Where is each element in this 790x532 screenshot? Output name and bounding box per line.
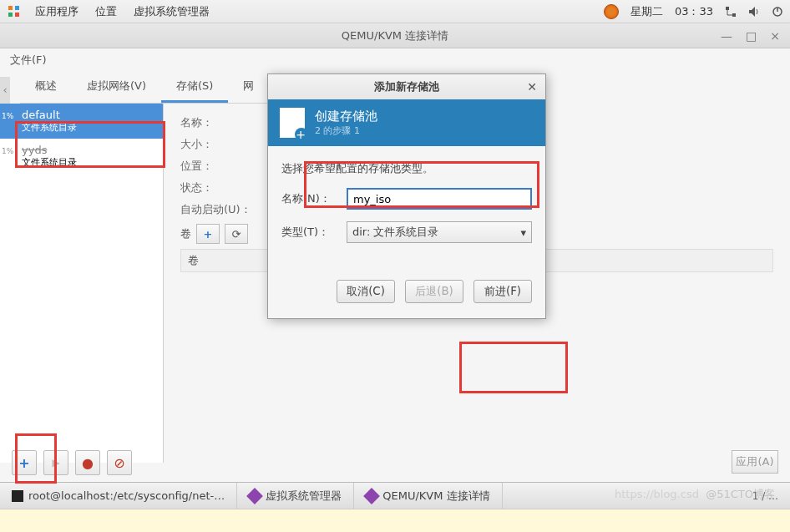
tab-storage[interactable]: 存储(S) <box>161 72 228 103</box>
vm-manager-icon <box>363 488 380 504</box>
clock-icon[interactable] <box>604 4 619 19</box>
menu-places[interactable]: 位置 <box>87 1 125 23</box>
maximize-button[interactable]: □ <box>746 29 757 43</box>
refresh-volumes-button[interactable]: ⟳ <box>225 224 248 244</box>
cancel-button[interactable]: 取消(C) <box>337 280 395 303</box>
network-icon[interactable] <box>725 6 737 18</box>
taskbar-vm-manager[interactable]: 虚拟系统管理器 <box>237 483 354 509</box>
chevron-down-icon: ▾ <box>520 226 526 239</box>
pool-type-value: dir: 文件系统目录 <box>352 225 439 240</box>
record-button[interactable]: ● <box>75 450 100 475</box>
highlight-annotation <box>15 433 57 484</box>
svg-rect-4 <box>726 7 729 10</box>
add-volume-button[interactable]: + <box>196 224 220 244</box>
volumes-label: 卷 <box>180 226 191 241</box>
apply-button[interactable]: 应用(A) <box>732 450 778 474</box>
dialog-title: 添加新存储池 <box>374 79 439 94</box>
watermark: https://blog.csd @51CTO博客 <box>615 487 775 502</box>
apps-icon <box>7 4 22 19</box>
pool-usage-pct: 1% <box>2 147 13 155</box>
storage-pool-icon <box>280 108 305 138</box>
tab-overview[interactable]: 概述 <box>20 72 72 103</box>
time-label: 03：33 <box>675 4 713 19</box>
dialog-header-title: 创建存储池 <box>315 109 377 124</box>
forward-button[interactable]: 前进(F) <box>473 280 532 303</box>
minimize-button[interactable]: — <box>721 29 732 43</box>
tab-scroll-left[interactable]: ‹ <box>0 77 10 104</box>
close-button[interactable]: × <box>770 29 780 43</box>
highlight-annotation <box>304 161 539 208</box>
power-icon[interactable] <box>772 6 783 18</box>
tab-network-interfaces[interactable]: 网 <box>228 72 269 103</box>
highlight-annotation <box>15 121 165 168</box>
pool-type-dropdown[interactable]: dir: 文件系统目录 ▾ <box>347 221 532 243</box>
pool-name: default <box>22 109 154 121</box>
back-button: 后退(B) <box>405 280 463 303</box>
terminal-icon <box>12 490 23 502</box>
dialog-title-bar: 添加新存储池 ✕ <box>268 74 545 99</box>
svg-rect-2 <box>8 13 13 17</box>
svg-rect-0 <box>8 6 13 10</box>
name-label: 名称： <box>180 115 264 130</box>
highlight-annotation <box>459 342 568 393</box>
close-icon[interactable]: ✕ <box>527 80 537 94</box>
sound-icon[interactable] <box>748 6 760 18</box>
menu-vm-manager[interactable]: 虚拟系统管理器 <box>125 1 218 23</box>
day-label: 星期二 <box>630 4 663 19</box>
status-strip <box>0 509 790 532</box>
svg-rect-1 <box>15 6 19 10</box>
system-top-bar: 应用程序 位置 虚拟系统管理器 星期二 03：33 <box>0 0 790 23</box>
pool-usage-pct: 1% <box>2 112 13 120</box>
taskbar-terminal[interactable]: root@localhost:/etc/sysconfig/net-… <box>0 483 237 509</box>
location-label: 位置： <box>180 159 264 174</box>
vm-manager-icon <box>246 488 263 504</box>
dialog-step-label: 2 的步骤 1 <box>315 124 377 137</box>
autostart-label: 自动启动(U)： <box>180 202 264 217</box>
tab-bar: 概述 虚拟网络(V) 存储(S) 网 <box>20 72 269 104</box>
file-menu[interactable]: 文件(F) <box>0 48 790 72</box>
state-label: 状态： <box>180 180 264 195</box>
tab-virtual-networks[interactable]: 虚拟网络(V) <box>72 72 161 103</box>
window-title: QEMU/KVM 连接详情 <box>0 28 790 43</box>
svg-rect-5 <box>732 13 736 17</box>
delete-pool-button[interactable]: ⊘ <box>107 450 132 475</box>
menu-applications[interactable]: 应用程序 <box>27 1 87 23</box>
dialog-header: 创建存储池 2 的步骤 1 <box>268 99 545 146</box>
size-label: 大小： <box>180 137 264 152</box>
window-title-bar: QEMU/KVM 连接详情 — □ × <box>0 23 790 48</box>
taskbar-connection-details[interactable]: QEMU/KVM 连接详情 <box>354 483 502 509</box>
svg-marker-8 <box>749 7 755 17</box>
type-field-label: 类型(T)： <box>281 225 340 240</box>
svg-rect-3 <box>15 13 19 17</box>
